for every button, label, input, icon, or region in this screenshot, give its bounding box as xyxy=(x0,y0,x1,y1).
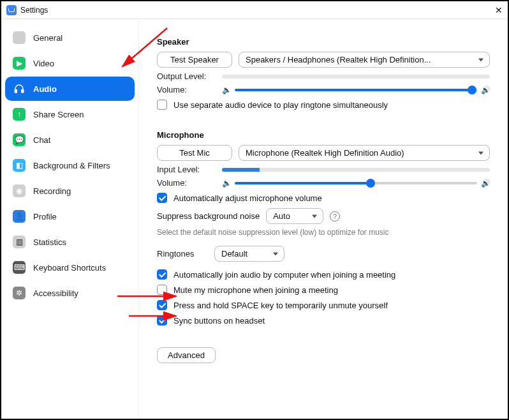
gear-icon xyxy=(13,31,26,44)
sidebar-item-label: Video xyxy=(33,59,54,68)
background-icon: ◧ xyxy=(13,159,26,172)
sidebar-item-share-screen[interactable]: ↑ Share Screen xyxy=(5,102,135,126)
mic-volume-label: Volume: xyxy=(157,178,216,188)
ringtones-label: Ringtones xyxy=(157,249,208,259)
window-title: Settings xyxy=(20,6,48,15)
output-level-label: Output Level: xyxy=(157,71,216,81)
mute-on-join-label: Mute my microphone when joining a meetin… xyxy=(173,285,338,295)
separate-ringtone-label: Use separate audio device to play ringto… xyxy=(173,100,388,110)
sidebar-item-label: Share Screen xyxy=(33,110,84,119)
sidebar-item-label: Keyboard Shortcuts xyxy=(33,263,106,273)
sidebar: General ▶ Video Audio ↑ Share Screen 💬 C… xyxy=(1,19,139,419)
volume-high-icon: 🔊 xyxy=(481,86,490,94)
video-icon: ▶ xyxy=(13,57,26,70)
mic-volume-slider[interactable]: 🔈 🔊 xyxy=(222,179,490,188)
ringtones-select[interactable]: Default xyxy=(214,246,284,262)
svg-rect-1 xyxy=(22,90,24,93)
mute-on-join-checkbox[interactable] xyxy=(157,285,167,295)
auto-join-audio-label: Automatically join audio by computer whe… xyxy=(173,270,395,280)
auto-join-audio-checkbox[interactable] xyxy=(157,269,167,280)
headphones-icon xyxy=(13,82,26,95)
share-screen-icon: ↑ xyxy=(13,108,26,121)
sidebar-item-recording[interactable]: ◉ Recording xyxy=(5,179,135,203)
suppress-noise-select[interactable]: Auto xyxy=(266,208,323,224)
sync-headset-label: Sync buttons on headset xyxy=(173,316,265,326)
content-pane: Speaker Test Speaker Speakers / Headphon… xyxy=(139,19,508,419)
auto-adjust-mic-checkbox[interactable] xyxy=(157,193,167,203)
volume-low-icon: 🔈 xyxy=(222,86,231,94)
volume-high-icon: 🔊 xyxy=(481,179,490,188)
mic-device-select[interactable]: Microphone (Realtek High Definition Audi… xyxy=(239,145,490,161)
sync-headset-checkbox[interactable] xyxy=(157,315,167,326)
keyboard-icon: ⌨ xyxy=(13,261,26,274)
close-icon[interactable]: ✕ xyxy=(485,5,503,15)
accessibility-icon: ✲ xyxy=(13,287,26,299)
advanced-button[interactable]: Advanced xyxy=(157,347,216,363)
sidebar-item-keyboard[interactable]: ⌨ Keyboard Shortcuts xyxy=(5,255,135,280)
svg-rect-0 xyxy=(15,90,17,93)
sidebar-item-audio[interactable]: Audio xyxy=(5,77,135,101)
sidebar-item-label: Chat xyxy=(33,135,50,145)
sidebar-item-label: General xyxy=(33,33,63,43)
speaker-output-meter xyxy=(222,75,490,79)
chat-icon: 💬 xyxy=(13,133,26,146)
input-level-label: Input Level: xyxy=(157,165,216,174)
app-icon xyxy=(6,5,17,15)
sidebar-item-general[interactable]: General xyxy=(5,26,135,50)
sidebar-item-chat[interactable]: 💬 Chat xyxy=(5,128,135,152)
record-icon: ◉ xyxy=(13,184,26,197)
sidebar-item-statistics[interactable]: ▥ Statistics xyxy=(5,230,135,254)
titlebar: Settings ✕ xyxy=(1,1,508,19)
stats-icon: ▥ xyxy=(13,236,26,248)
speaker-device-select[interactable]: Speakers / Headphones (Realtek High Defi… xyxy=(239,52,490,68)
mic-input-meter xyxy=(222,168,490,172)
speaker-heading: Speaker xyxy=(157,37,490,47)
sidebar-item-label: Audio xyxy=(33,84,57,94)
sidebar-item-label: Accessibility xyxy=(33,289,78,298)
sidebar-item-label: Background & Filters xyxy=(33,161,110,170)
space-unmute-label: Press and hold SPACE key to temporarily … xyxy=(173,301,388,310)
separate-ringtone-checkbox[interactable] xyxy=(157,100,167,110)
sidebar-item-label: Profile xyxy=(33,212,57,221)
microphone-heading: Microphone xyxy=(157,130,490,140)
speaker-volume-label: Volume: xyxy=(157,85,216,94)
sidebar-item-profile[interactable]: 👤 Profile xyxy=(5,204,135,229)
noise-help-text: Select the default noise suppression lev… xyxy=(157,228,490,237)
speaker-volume-slider[interactable]: 🔈 🔊 xyxy=(222,86,490,94)
sidebar-item-video[interactable]: ▶ Video xyxy=(5,51,135,75)
volume-low-icon: 🔈 xyxy=(222,179,231,188)
sidebar-item-accessibility[interactable]: ✲ Accessibility xyxy=(5,281,135,305)
space-unmute-checkbox[interactable] xyxy=(157,300,167,310)
sidebar-item-label: Recording xyxy=(33,186,71,196)
test-mic-button[interactable]: Test Mic xyxy=(157,145,232,161)
test-speaker-button[interactable]: Test Speaker xyxy=(157,52,232,68)
suppress-noise-label: Suppress background noise xyxy=(157,211,260,221)
auto-adjust-mic-label: Automatically adjust microphone volume xyxy=(173,193,322,203)
profile-icon: 👤 xyxy=(13,210,26,223)
sidebar-item-label: Statistics xyxy=(33,237,66,247)
settings-window: Settings ✕ General ▶ Video Audio ↑ Shar xyxy=(0,0,509,420)
help-icon[interactable]: ? xyxy=(330,211,340,221)
sidebar-item-background[interactable]: ◧ Background & Filters xyxy=(5,153,135,177)
